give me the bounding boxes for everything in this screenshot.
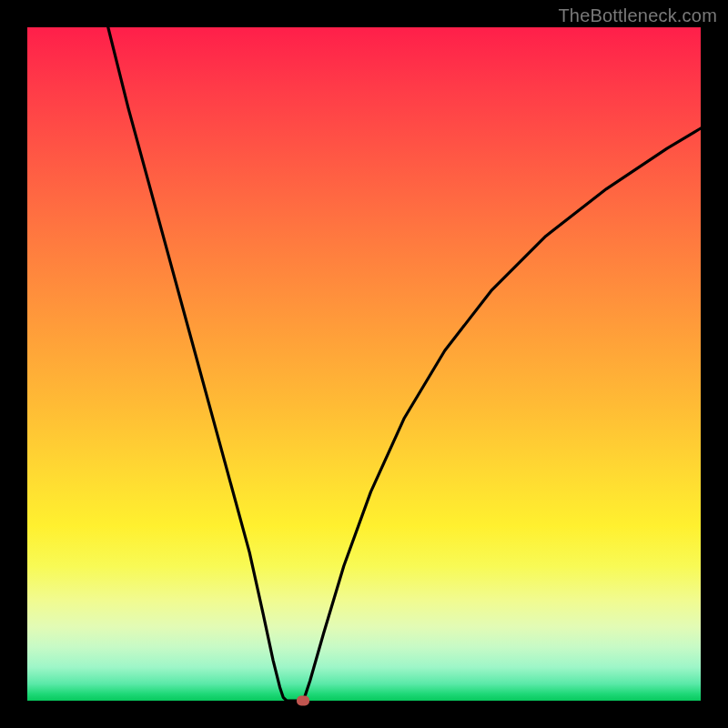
chart-frame: TheBottleneck.com [0, 0, 728, 728]
plot-area [27, 27, 701, 701]
curve-path [108, 27, 701, 701]
watermark-text: TheBottleneck.com [558, 5, 717, 26]
optimum-marker [297, 696, 309, 706]
bottleneck-curve [27, 27, 701, 701]
